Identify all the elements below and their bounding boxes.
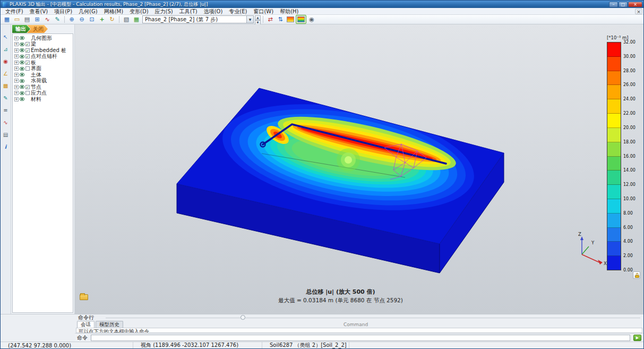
menu-item[interactable]: 查看(V) — [27, 8, 51, 15]
expand-icon[interactable] — [14, 85, 19, 89]
tab-session[interactable]: 会话 — [77, 321, 95, 328]
menu-item[interactable]: 工具(T) — [176, 8, 201, 15]
expand-icon[interactable] — [14, 42, 19, 46]
info-icon[interactable]: i — [2, 143, 10, 151]
print-icon[interactable]: ▤ — [22, 15, 32, 24]
phase-selector[interactable]: Phase_2 [Phase_2] (第 7 步) ▼ — [142, 15, 254, 23]
legend-band — [607, 199, 621, 214]
spinner-up-icon[interactable]: ▲ — [255, 15, 261, 20]
contour-lines-icon[interactable] — [286, 15, 295, 24]
report-icon[interactable]: ▤ — [2, 131, 10, 139]
annotate-icon[interactable]: ✎ — [53, 15, 62, 24]
curves-icon[interactable]: ∿ — [2, 118, 10, 126]
visibility-eye-icon[interactable] — [20, 85, 24, 89]
menu-item[interactable]: 几何(G) — [75, 8, 101, 15]
menu-item[interactable]: 文件(F) — [2, 8, 27, 15]
menu-item[interactable]: 选项(O) — [201, 8, 226, 15]
visibility-eye-icon[interactable] — [20, 61, 24, 64]
chevron-down-icon[interactable]: ▼ — [246, 16, 253, 23]
legend-lock-icon[interactable] — [633, 271, 640, 279]
tree-item[interactable]: ✓ 点对点锚杆 — [13, 54, 73, 60]
viewport[interactable]: Z Y X [*10⁻³ m] 32.0030.0028.0026.0024.0… — [75, 24, 643, 314]
close-button[interactable]: × — [628, 2, 642, 7]
tree-item[interactable]: 几何图形 — [13, 35, 73, 41]
measure-angle-icon[interactable]: ∠ — [2, 70, 10, 78]
checkbox[interactable]: ✓ — [25, 54, 30, 58]
command-log[interactable]: 可以在下方的文本框中输入命令 — [76, 328, 642, 333]
selected-object: Soil6287 （类组 2）[Soil_2_2] — [262, 342, 349, 348]
checkbox[interactable]: ✓ — [25, 85, 30, 89]
copy-icon[interactable]: ⊞ — [32, 15, 42, 24]
visibility-eye-icon[interactable] — [20, 48, 24, 52]
view-angle: 视角 (1189.496 -2032.107 1267.476) — [133, 342, 262, 348]
checkbox[interactable]: ✓ — [25, 42, 30, 46]
expand-icon[interactable] — [14, 66, 19, 71]
menu-item[interactable]: 变形(D) — [126, 8, 152, 15]
expand-icon[interactable] — [14, 54, 19, 58]
splitter-handle-icon[interactable] — [241, 315, 245, 320]
tab-output[interactable]: 输出 — [12, 25, 30, 33]
checkbox[interactable]: ✓ — [25, 48, 30, 53]
expand-panel-folder-icon[interactable] — [80, 294, 88, 300]
tab-model-history[interactable]: 模型历史 — [96, 321, 123, 328]
forces-view-icon[interactable]: ▩ — [2, 82, 10, 90]
tree-item[interactable]: 应力点 — [13, 90, 73, 97]
menu-item[interactable]: 帮助(H) — [277, 8, 302, 15]
command-input[interactable] — [91, 335, 630, 341]
zoom-reset-icon[interactable]: ⊡ — [87, 15, 97, 24]
menu-item[interactable]: 窗口(W) — [250, 8, 277, 15]
mesh-view-icon[interactable]: ◉ — [307, 15, 316, 24]
open-icon[interactable]: ▭ — [12, 15, 22, 24]
expand-icon[interactable] — [14, 36, 19, 40]
table-view-icon[interactable]: ▦ — [132, 15, 141, 24]
expand-icon[interactable] — [14, 73, 19, 77]
annotation-tool-icon[interactable]: ✎ — [2, 94, 10, 102]
menu-item[interactable]: 网格(M) — [101, 8, 126, 15]
arrows-swap-icon[interactable]: ⇄ — [265, 15, 275, 24]
visibility-eye-icon[interactable] — [20, 36, 24, 40]
cross-section-icon[interactable]: ⊿ — [2, 45, 10, 53]
expand-icon[interactable] — [14, 91, 19, 95]
maximize-button[interactable]: □ — [619, 2, 628, 7]
visibility-eye-icon[interactable] — [20, 97, 24, 101]
visibility-eye-icon[interactable] — [20, 67, 24, 71]
select-rectangle-icon[interactable]: ▧ — [122, 15, 131, 24]
visibility-eye-icon[interactable] — [20, 42, 24, 46]
mdi-close-icon[interactable]: × — [635, 8, 642, 14]
checkbox[interactable] — [25, 91, 30, 95]
menu-item[interactable]: 项目(P) — [51, 8, 75, 15]
output-logo-icon[interactable]: ▦ — [2, 15, 12, 24]
expand-icon[interactable] — [14, 48, 19, 53]
tree-item[interactable]: 界面 — [13, 66, 73, 72]
expand-icon[interactable] — [14, 79, 19, 83]
visibility-eye-icon[interactable] — [20, 91, 24, 95]
menu-item[interactable]: 专业(E) — [226, 8, 250, 15]
tree-item[interactable]: 水荷载 — [13, 78, 73, 84]
zoom-out-icon[interactable]: ⊖ — [77, 15, 87, 24]
menu-item[interactable]: 应力(S) — [152, 8, 176, 15]
expand-icon[interactable] — [14, 97, 19, 101]
tree-item[interactable]: 材料 — [13, 96, 73, 103]
expand-icon[interactable] — [14, 61, 19, 65]
shadings-icon[interactable] — [296, 15, 306, 24]
visibility-eye-icon[interactable] — [20, 79, 24, 83]
panel-splitter[interactable] — [106, 318, 640, 318]
legend-tick: 16.00 — [623, 154, 636, 159]
checkbox[interactable] — [25, 66, 30, 71]
arrows-updown-icon[interactable]: ⇅ — [276, 15, 285, 24]
legend-band — [607, 256, 621, 270]
legend-band — [607, 185, 621, 199]
visibility-eye-icon[interactable] — [20, 55, 24, 58]
pan-icon[interactable]: + — [97, 15, 107, 24]
zoom-in-icon[interactable]: ⊕ — [67, 15, 76, 24]
tree-item[interactable]: ✓ 板 — [13, 59, 73, 66]
checkbox[interactable]: ✓ — [25, 61, 30, 65]
minimize-button[interactable]: – — [609, 2, 618, 7]
curves-manager-icon[interactable]: ∿ — [42, 15, 52, 24]
visibility-eye-icon[interactable] — [20, 73, 24, 76]
hint-box-icon[interactable]: ◉ — [2, 57, 10, 65]
select-tool-icon[interactable]: ↖ — [2, 33, 10, 41]
run-command-icon[interactable]: ▶ — [633, 335, 641, 341]
ruler-icon[interactable]: ≡ — [2, 106, 10, 114]
rotate-view-icon[interactable]: ↻ — [107, 15, 117, 24]
